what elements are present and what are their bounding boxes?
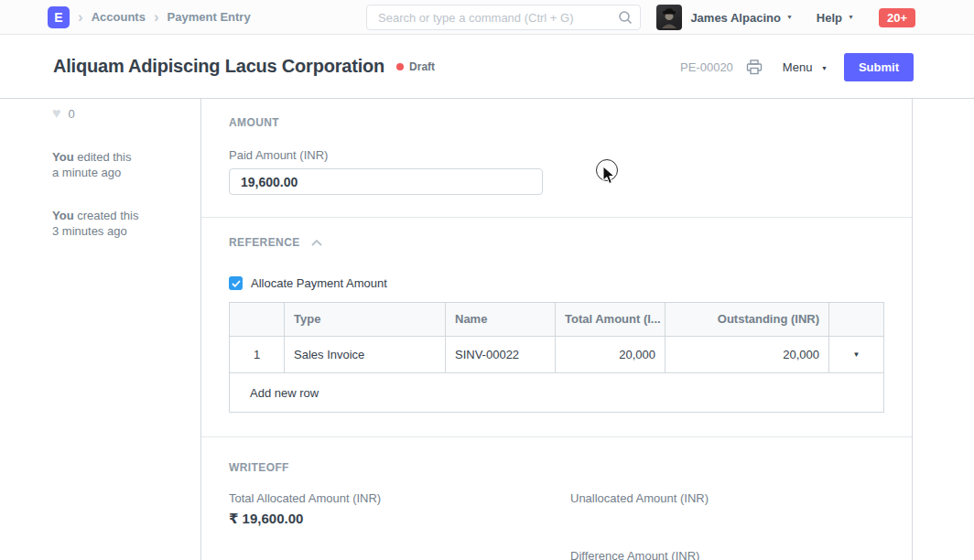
doc-id: PE-00020 xyxy=(680,60,733,74)
col-total-amount: Total Amount (I... xyxy=(556,303,666,336)
total-allocated-value: ₹ 19,600.00 xyxy=(229,511,570,527)
draft-dot-icon xyxy=(396,63,404,70)
total-allocated-label: Total Allocated Amount (INR) xyxy=(229,491,570,505)
search-icon[interactable] xyxy=(618,10,633,27)
help-menu[interactable]: Help xyxy=(817,11,842,25)
col-outstanding: Outstanding (INR) xyxy=(666,303,829,336)
avatar[interactable] xyxy=(656,5,682,30)
chevron-down-icon: ▼ xyxy=(821,65,828,71)
chevron-right-icon: › xyxy=(78,9,83,25)
paid-amount-input[interactable] xyxy=(229,168,543,195)
section-writeoff: WRITEOFF Total Allocated Amount (INR) ₹ … xyxy=(201,436,912,560)
breadcrumb-payment-entry[interactable]: Payment Entry xyxy=(168,10,251,24)
unallocated-label: Unallocated Amount (INR) xyxy=(570,491,884,505)
col-type: Type xyxy=(285,303,446,336)
chevron-down-icon: ▼ xyxy=(848,14,854,20)
cell-name[interactable]: SINV-00022 xyxy=(446,337,556,372)
total-allocated-field: Total Allocated Amount (INR) ₹ 19,600.00 xyxy=(229,491,570,560)
chevron-down-icon: ▼ xyxy=(786,14,793,20)
table-header-row: Type Name Total Amount (I... Outstanding… xyxy=(230,303,883,337)
table-row: 1 Sales Invoice SINV-00022 20,000 20,000… xyxy=(230,337,883,373)
reference-section-toggle[interactable]: REFERENCE xyxy=(229,236,884,249)
allocate-checkbox-label: Allocate Payment Amount xyxy=(251,276,387,290)
page-head: Aliquam Adipiscing Lacus Corporation Dra… xyxy=(0,35,974,99)
heart-icon[interactable]: ♥ xyxy=(52,106,61,121)
paid-amount-label: Paid Amount (INR) xyxy=(229,148,884,162)
payment-entry-screen: E › Accounts › Payment Entry xyxy=(0,0,974,560)
col-name: Name xyxy=(446,303,556,336)
cell-total-amount[interactable]: 20,000 xyxy=(556,337,666,372)
navbar-right: James Alpacino ▼ Help ▼ 20+ xyxy=(656,0,915,35)
row-index[interactable]: 1 xyxy=(230,337,285,372)
references-table: Type Name Total Amount (I... Outstanding… xyxy=(229,302,884,413)
submit-button[interactable]: Submit xyxy=(844,53,914,81)
form-sidebar: ♥ 0 You edited this a minute ago You cre… xyxy=(0,99,201,560)
row-dropdown-icon[interactable]: ▼ xyxy=(829,337,883,372)
notifications-badge[interactable]: 20+ xyxy=(879,8,915,27)
print-icon[interactable] xyxy=(746,59,763,75)
status-badge: Draft xyxy=(409,60,435,73)
edited-activity: You edited this a minute ago xyxy=(52,149,182,180)
col-idx xyxy=(230,303,285,336)
difference-label: Difference Amount (INR) xyxy=(570,549,884,560)
table-footer: Add new row xyxy=(230,373,883,412)
page-title: Aliquam Adipiscing Lacus Corporation xyxy=(53,56,384,77)
right-fields: Unallocated Amount (INR) Difference Amou… xyxy=(570,491,884,560)
navbar: E › Accounts › Payment Entry xyxy=(0,0,974,35)
chevron-up-icon xyxy=(311,240,322,246)
page-head-actions: PE-00020 Menu ▼ Submit xyxy=(680,35,914,99)
section-amount: AMOUNT Paid Amount (INR) xyxy=(201,99,912,217)
col-actions xyxy=(829,303,883,336)
menu-button[interactable]: Menu ▼ xyxy=(783,60,828,74)
section-label-amount: AMOUNT xyxy=(229,116,884,129)
user-menu[interactable]: James Alpacino xyxy=(690,11,781,25)
section-label-reference: REFERENCE xyxy=(229,236,300,249)
like-count: 0 xyxy=(69,107,75,121)
created-activity: You created this 3 minutes ago xyxy=(52,208,182,239)
form-body: AMOUNT Paid Amount (INR) REFERENCE xyxy=(201,99,913,560)
section-reference: REFERENCE Allocate Payment Amount xyxy=(201,217,912,436)
app-logo[interactable]: E xyxy=(48,6,70,28)
search-input[interactable] xyxy=(366,5,641,30)
cell-type[interactable]: Sales Invoice xyxy=(285,337,446,372)
add-new-row-button[interactable]: Add new row xyxy=(250,386,319,400)
global-search xyxy=(366,5,641,30)
section-label-writeoff: WRITEOFF xyxy=(229,461,884,474)
breadcrumb-accounts[interactable]: Accounts xyxy=(92,10,146,24)
allocate-checkbox[interactable] xyxy=(229,276,243,290)
chevron-right-icon: › xyxy=(154,9,159,25)
cell-outstanding[interactable]: 20,000 xyxy=(666,337,829,372)
